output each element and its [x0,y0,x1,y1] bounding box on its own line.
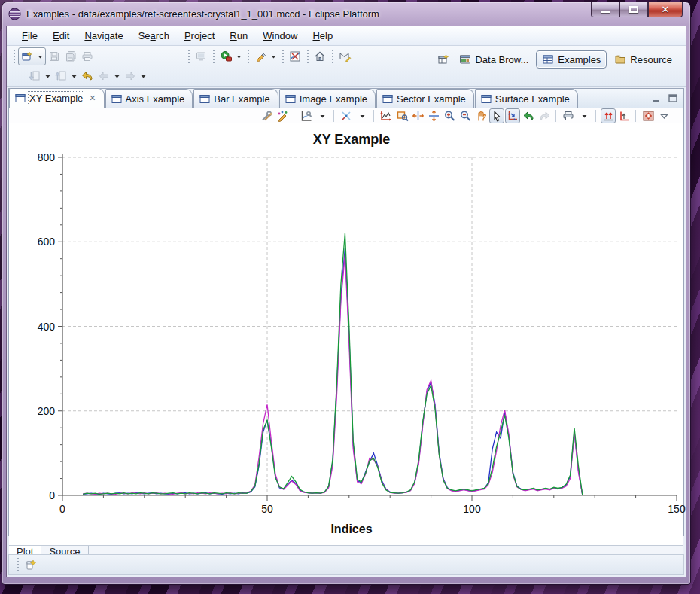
view-menu-button[interactable] [656,108,671,123]
menu-help[interactable]: Help [305,28,340,44]
menu-bar: FileEditNavigateSearchProjectRunWindowHe… [7,26,686,46]
forward-button [122,68,138,84]
new-task-button[interactable] [336,48,353,65]
menu-run[interactable]: Run [222,28,255,44]
menu-project[interactable]: Project [177,28,222,44]
editor-tab-label: Surface Example [495,93,570,105]
svg-text:800: 800 [38,151,56,163]
editor-tab-surface-example[interactable]: Surface Example [475,89,578,108]
editor-tab-xy-example[interactable]: XY Example✕ [9,88,105,108]
zoom-rect-button[interactable] [394,108,409,123]
menu-navigate[interactable]: Navigate [77,28,130,44]
toolbar-drag-handle[interactable] [11,50,17,63]
open-perspective-button[interactable] [435,51,452,68]
close-button[interactable]: ✕ [648,2,683,17]
back-dropdown[interactable] [112,68,122,84]
new-wizard-button[interactable] [19,48,35,65]
minimize-view-button[interactable] [650,92,662,102]
print-plot-button[interactable] [561,108,576,123]
perspective-resource[interactable]: Resource [608,50,678,69]
menu-edit[interactable]: Edit [45,28,77,44]
trim-stack-icon[interactable] [25,559,37,571]
perspective-data-brow[interactable]: Data Brow... [453,50,534,69]
editor-tab-label: XY Example [29,93,83,104]
maximize-view-button[interactable] [667,92,679,102]
autoscale-button[interactable] [379,108,394,123]
forward-dropdown[interactable] [138,68,148,84]
zoom-in-button[interactable] [442,108,457,123]
perspective-bar: Data Brow...ExamplesResource [435,50,678,69]
fit-horizontal-button[interactable] [410,108,425,123]
editor-tab-icon [382,94,393,104]
title-bar[interactable]: Examples - data/examples/ref-screentest-… [2,2,690,25]
new-wizard-dropdown[interactable] [35,48,45,65]
window-title: Examples - data/examples/ref-screentest-… [26,8,379,20]
close-tab-icon[interactable]: ✕ [89,93,96,103]
persp-table-icon [542,53,554,65]
editor-tab-image-example[interactable]: Image Example [279,89,376,108]
editor-tab-icon [199,94,210,104]
perspective-examples[interactable]: Examples [536,50,607,69]
editor-tab-icon [285,94,296,104]
add-annotation-button[interactable] [275,108,290,123]
statusbar-drag-handle[interactable] [15,558,20,571]
editor-tab-icon [15,93,26,103]
svg-text:400: 400 [38,321,56,333]
menu-search[interactable]: Search [131,28,177,44]
perspective-label: Examples [558,54,601,65]
toolbar-drag-handle[interactable] [280,50,285,63]
eclipse-logo-icon [8,8,21,20]
zoom-out-button[interactable] [458,108,473,123]
menu-file[interactable]: File [14,28,45,44]
save-all-button [62,48,79,65]
editor-tab-label: Sector Example [397,93,466,105]
axis-zoom-button[interactable] [505,108,520,123]
x-axes-button[interactable] [601,108,616,123]
trace-type-dropdown[interactable] [315,108,330,123]
next-annotation-dropdown[interactable] [43,68,53,84]
run-button[interactable] [218,48,234,65]
open-plot-view-button[interactable] [287,48,303,65]
external-tools-button[interactable] [252,48,269,65]
minimize-button[interactable] [591,2,619,17]
svg-text:0: 0 [59,503,65,515]
back-button [96,68,112,84]
toolbar-drag-handle[interactable] [330,50,335,63]
toolbar-drag-handle[interactable] [245,50,251,63]
configure-graph-settings-button[interactable] [259,108,274,123]
editor-tab-sector-example[interactable]: Sector Example [376,89,474,108]
redo-button [537,108,552,123]
undo-button[interactable] [521,108,536,123]
y-axes-button[interactable] [616,108,632,123]
perspective-label: Data Brow... [475,54,528,65]
trace-type-button[interactable] [299,108,314,123]
pan-button[interactable] [473,108,488,123]
svg-text:50: 50 [261,503,273,515]
previous-annotation-dropdown[interactable] [69,68,79,84]
pointer-button[interactable] [489,108,504,123]
toolbar-drag-handle[interactable] [305,50,310,63]
region-tools-dropdown[interactable] [355,108,370,123]
fit-vertical-button[interactable] [426,108,441,123]
editor-tab-axis-example[interactable]: Axis Example [105,89,193,108]
region-tools-button[interactable] [339,108,354,123]
editor-tab-bar: XY Example✕Axis ExampleBar ExampleImage … [9,89,683,108]
plot-toolbar [9,108,683,123]
reset-axes-button[interactable] [641,108,656,123]
toolbar-drag-handle[interactable] [186,50,191,63]
print-plot-dropdown[interactable] [577,108,592,123]
xy-plot-canvas[interactable]: XY Example0501001500200400600800Indices [9,123,683,545]
eclipse-window: Examples - data/examples/ref-screentest-… [2,2,691,585]
external-tools-dropdown[interactable] [269,48,278,65]
next-annotation-button [26,68,43,84]
toolbar-drag-handle[interactable] [211,50,216,63]
maximize-button[interactable] [619,2,648,17]
status-bar [8,554,684,575]
persp-image-icon [459,53,471,65]
last-edit-location-button[interactable] [79,68,96,84]
svg-text:200: 200 [38,405,56,417]
menu-window[interactable]: Window [255,28,305,44]
home-button[interactable] [312,48,328,65]
editor-tab-bar-example[interactable]: Bar Example [193,89,278,108]
run-dropdown[interactable] [234,48,244,65]
